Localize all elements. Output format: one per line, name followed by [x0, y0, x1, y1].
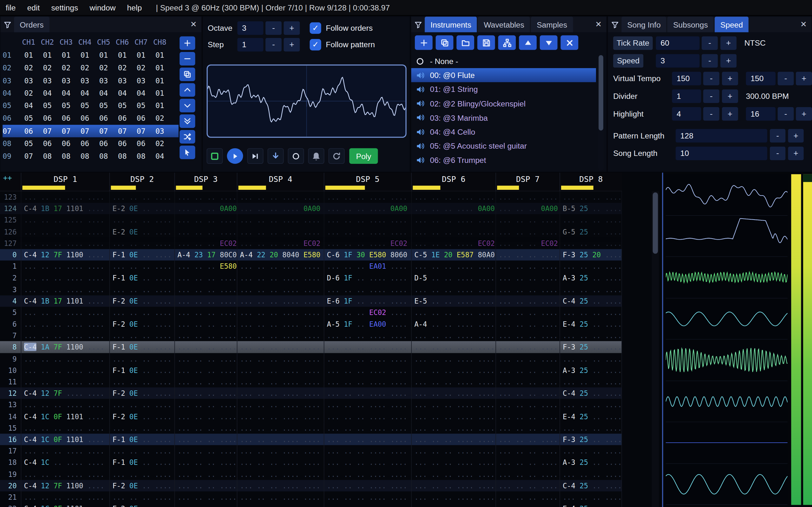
order-cell[interactable]: 02: [150, 137, 169, 150]
pattern-cell-ch8[interactable]: ... .. .. ....: [560, 492, 622, 503]
instrument-item[interactable]: 05: @5 Acoustic steel guitar: [411, 139, 596, 153]
pattern-cell-ch6[interactable]: ... .. .. .... ....: [411, 307, 496, 318]
pattern-cell-ch8[interactable]: F-3 25 .. ....: [560, 434, 622, 445]
order-cell[interactable]: 06: [19, 124, 38, 137]
order-cell[interactable]: 06: [38, 112, 57, 125]
pattern-cell-ch8[interactable]: F-3 25 20 ....: [560, 249, 622, 261]
pattern-cell-ch5[interactable]: ... .. .. .... ....: [324, 364, 411, 376]
order-cell[interactable]: 01: [132, 49, 150, 61]
virtual-tempo-den-decrease[interactable]: -: [778, 72, 794, 85]
order-cell[interactable]: 04: [19, 100, 38, 112]
up-icon[interactable]: [519, 36, 537, 50]
record-button[interactable]: [288, 148, 304, 164]
order-cell[interactable]: 04: [94, 87, 113, 100]
channel-header-dsp-6[interactable]: DSP 6: [411, 173, 496, 191]
pattern-cell-ch1[interactable]: ... .. .. .... ....: [21, 307, 109, 318]
close-icon[interactable]: ✕: [800, 17, 807, 32]
pattern-cell-ch5[interactable]: ... .. .. EA01 ....: [324, 261, 411, 272]
order-cell[interactable]: 06: [57, 112, 75, 125]
pattern-cell-ch7[interactable]: ... .. .. ....: [496, 422, 560, 434]
pattern-cell-ch2[interactable]: F-1 0E .. ....: [109, 341, 174, 353]
pattern-cell-ch2[interactable]: ... .. .. ....: [109, 353, 174, 364]
pattern-cell-ch5[interactable]: ... .. .. .... ....: [324, 376, 411, 387]
order-cell[interactable]: 07: [75, 124, 94, 137]
channel-header-dsp-2[interactable]: DSP 2: [109, 173, 174, 191]
pattern-scrollbar[interactable]: [652, 191, 659, 507]
order-cell[interactable]: 03: [113, 74, 132, 87]
highlight-second-input[interactable]: 16: [746, 107, 776, 121]
pattern-cell-ch4[interactable]: ... .. .. .... ....: [237, 307, 324, 318]
pattern-cell-ch6[interactable]: ... .. .. .... ....: [411, 480, 496, 491]
pattern-cell-ch5[interactable]: ... .. .. .... ....: [324, 191, 411, 203]
order-cell[interactable]: 07: [57, 124, 75, 137]
pattern-cell-ch7[interactable]: ... .. .. ....: [496, 272, 560, 284]
song-length-input[interactable]: 10: [676, 147, 767, 160]
order-cell[interactable]: 01: [150, 74, 169, 87]
octave-increase-button[interactable]: +: [284, 21, 300, 35]
pattern-cell-ch5[interactable]: ... .. .. .... 0A00: [324, 203, 411, 214]
pattern-cell-ch6[interactable]: C-5 1E 20 E587 80A0: [411, 249, 496, 261]
pattern-length-input[interactable]: 128: [676, 129, 767, 143]
channel-header-dsp-4[interactable]: DSP 4: [237, 173, 324, 191]
pattern-cell-ch7[interactable]: ... .. .. ....: [496, 434, 560, 445]
pattern-cell-ch8[interactable]: ... .. .. ....: [560, 261, 622, 272]
pattern-cell-ch5[interactable]: ... .. .. .... ....: [324, 353, 411, 364]
pattern-length-decrease[interactable]: -: [770, 129, 785, 143]
pattern-cell-ch5[interactable]: ... .. .. .... ....: [324, 411, 411, 422]
pattern-cell-ch5[interactable]: D-6 1F .. .... ....: [324, 272, 411, 284]
tab-instruments[interactable]: Instruments: [425, 17, 477, 32]
pattern-cell-ch3[interactable]: ... .. .. ....: [174, 480, 237, 491]
pattern-cell-ch5[interactable]: ... .. .. .... ....: [324, 215, 411, 226]
order-cell[interactable]: 08: [38, 150, 57, 163]
follow-orders-checkbox[interactable]: ✓: [310, 22, 321, 34]
order-cell[interactable]: 01: [150, 100, 169, 112]
pattern-cell-ch2[interactable]: F-2 0E .. ....: [109, 295, 174, 307]
virtual-tempo-den-increase[interactable]: +: [796, 72, 812, 85]
window-menu-icon[interactable]: [411, 17, 425, 32]
step-increase-button[interactable]: +: [284, 38, 300, 52]
pattern-cell-ch1[interactable]: ... .. .. .... ....: [21, 284, 109, 295]
pattern-cell-ch3[interactable]: ... .. .. ....: [174, 503, 237, 507]
pattern-cell-ch6[interactable]: ... .. .. .... ....: [411, 445, 496, 457]
order-cell[interactable]: 06: [57, 137, 75, 150]
order-cell[interactable]: 06: [94, 137, 113, 150]
pattern-cell-ch2[interactable]: ... .. .. ....: [109, 307, 174, 318]
pattern-cell-ch2[interactable]: F-2 0E .. ....: [109, 388, 174, 399]
pattern-cell-ch6[interactable]: ... .. .. .... ....: [411, 353, 496, 364]
divider-input[interactable]: 1: [672, 89, 701, 103]
pattern-cell-ch1[interactable]: C-4 1C 0F 1101 ....: [21, 411, 109, 422]
pattern-cell-ch7[interactable]: ... .. .. ....: [496, 307, 560, 318]
pattern-cell-ch1[interactable]: ... .. .. .... ....: [21, 272, 109, 284]
move-to-end-icon[interactable]: [180, 114, 195, 128]
pattern-cell-ch4[interactable]: ... .. .. .... ....: [237, 376, 324, 387]
down-icon[interactable]: [540, 36, 558, 50]
order-cell[interactable]: 06: [94, 112, 113, 125]
play-button[interactable]: [227, 148, 243, 164]
channel-header-dsp-8[interactable]: DSP 8: [560, 173, 622, 191]
pattern-cell-ch6[interactable]: ... .. .. .... ....: [411, 364, 496, 376]
pattern-cell-ch7[interactable]: ... .. .. ....: [496, 457, 560, 468]
order-cell[interactable]: 01: [38, 49, 57, 61]
step-decrease-button[interactable]: -: [265, 38, 282, 52]
pattern-cell-ch5[interactable]: ... .. .. .... ....: [324, 434, 411, 445]
pattern-cell-ch2[interactable]: ... .. .. ....: [109, 261, 174, 272]
pattern-cell-ch4[interactable]: ... .. .. .... ....: [237, 215, 324, 226]
orders-row-number[interactable]: 09: [3, 150, 19, 163]
order-cell[interactable]: 03: [150, 124, 169, 137]
speed-increase-button[interactable]: +: [720, 54, 737, 68]
pattern-cell-ch8[interactable]: C-4 25 .. ....: [560, 388, 622, 399]
pattern-cell-ch2[interactable]: ... .. .. ....: [109, 422, 174, 434]
order-cell[interactable]: 03: [57, 74, 75, 87]
orders-row-number[interactable]: 05: [3, 100, 19, 112]
pattern-cell-ch1[interactable]: ... .. .. .... ....: [21, 445, 109, 457]
order-cell[interactable]: 02: [57, 61, 75, 74]
pattern-cell-ch4[interactable]: ... .. .. .... ....: [237, 330, 324, 341]
pattern-cell-ch5[interactable]: ... .. .. .... ....: [324, 503, 411, 507]
pattern-cell-ch7[interactable]: ... .. .. ....: [496, 341, 560, 353]
randomize-icon[interactable]: [180, 130, 195, 144]
pattern-cell-ch2[interactable]: F-2 0E .. ....: [109, 503, 174, 507]
pattern-cell-ch5[interactable]: C-6 1F 30 E580 8060: [324, 249, 411, 261]
pattern-cell-ch6[interactable]: ... .. .. .... EC02: [411, 238, 496, 249]
pattern-cell-ch8[interactable]: ... .. .. ....: [560, 215, 622, 226]
pattern-cell-ch6[interactable]: ... .. .. .... ....: [411, 422, 496, 434]
